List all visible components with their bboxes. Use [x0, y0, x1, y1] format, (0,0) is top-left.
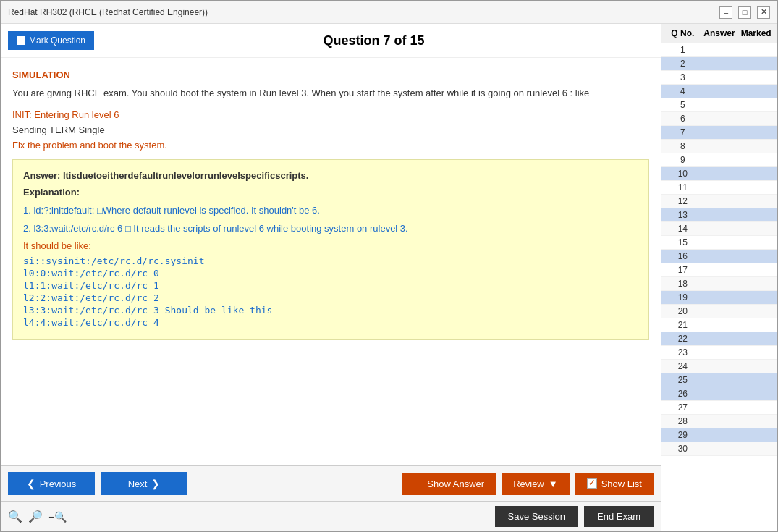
q-number: 5: [664, 100, 701, 110]
prev-chevron-icon: ❮: [27, 478, 35, 489]
q-number: 11: [664, 182, 701, 193]
next-button[interactable]: Next ❯: [101, 472, 187, 495]
table-row[interactable]: 27: [661, 401, 777, 415]
table-row[interactable]: 20: [661, 305, 777, 318]
q-number: 8: [664, 141, 701, 151]
zoom-reset-button[interactable]: 🔎: [28, 510, 43, 523]
zoom-in-button[interactable]: 🔍: [8, 510, 22, 523]
it-should-text: It should be like:: [23, 240, 638, 251]
table-row[interactable]: 10: [661, 167, 777, 181]
q-number: 7: [664, 127, 701, 138]
explanation-item-2: 2. l3:3:wait:/etc/rc.d/rc 6 □ It reads t…: [23, 221, 638, 236]
zoom-bar: 🔍 🔎 −🔍 Save Session End Exam: [1, 501, 661, 531]
table-row[interactable]: 23: [661, 346, 777, 360]
table-row[interactable]: 11: [661, 181, 777, 195]
show-list-button[interactable]: Show List: [575, 473, 654, 495]
end-exam-button[interactable]: End Exam: [584, 506, 654, 527]
main-panel: Mark Question Question 7 of 15 SIMULATIO…: [1, 24, 661, 531]
fix-text: Fix the problem and boot the system.: [12, 140, 649, 151]
table-row[interactable]: 29: [661, 428, 777, 442]
q-number: 15: [664, 237, 701, 248]
review-button[interactable]: Review ▼: [502, 473, 570, 495]
review-label: Review: [513, 478, 544, 489]
table-row[interactable]: 1: [661, 43, 777, 57]
table-row[interactable]: 24: [661, 360, 777, 373]
maximize-button[interactable]: □: [738, 6, 751, 19]
q-number: 13: [664, 210, 701, 220]
table-row[interactable]: 9: [661, 153, 777, 167]
close-button[interactable]: ✕: [757, 6, 770, 19]
q-number: 30: [664, 444, 701, 454]
q-number: 27: [664, 402, 701, 413]
window-title: RedHat RH302 (RHCE (Redhat Certified Eng…: [8, 7, 208, 17]
table-row[interactable]: 30: [661, 442, 777, 456]
col-marked-header: Marked: [737, 28, 774, 38]
q-number: 28: [664, 416, 701, 426]
table-row[interactable]: 3: [661, 71, 777, 85]
code-line-3: l1:1:wait:/etc/rc.d/rc 1: [23, 280, 638, 291]
table-row[interactable]: 6: [661, 112, 777, 126]
mark-question-label: Mark Question: [29, 35, 85, 46]
show-answer-icon: [414, 479, 423, 488]
app-window: RedHat RH302 (RHCE (Redhat Certified Eng…: [0, 0, 778, 532]
table-row[interactable]: 18: [661, 277, 777, 291]
explanation-item-1: 1. id:?:initdefault: □Where default runl…: [23, 203, 638, 218]
previous-button[interactable]: ❮ Previous: [8, 472, 95, 495]
table-row[interactable]: 21: [661, 318, 777, 332]
table-row[interactable]: 13: [661, 208, 777, 222]
table-row[interactable]: 8: [661, 140, 777, 153]
zoom-out-button[interactable]: −🔍: [48, 511, 67, 523]
table-row[interactable]: 7: [661, 126, 777, 140]
table-row[interactable]: 14: [661, 222, 777, 236]
save-session-label: Save Session: [508, 511, 566, 522]
code-line-2: l0:0:wait:/etc/rc.d/rc 0: [23, 268, 638, 279]
question-header: Mark Question Question 7 of 15: [1, 24, 661, 58]
minimize-button[interactable]: –: [719, 6, 732, 19]
table-row[interactable]: 26: [661, 387, 777, 401]
q-number: 4: [664, 86, 701, 96]
table-row[interactable]: 4: [661, 85, 777, 98]
table-row[interactable]: 25: [661, 373, 777, 387]
previous-label: Previous: [40, 478, 77, 489]
table-row[interactable]: 5: [661, 98, 777, 112]
mark-question-button[interactable]: Mark Question: [8, 31, 94, 50]
q-number: 22: [664, 334, 701, 344]
window-controls: – □ ✕: [719, 6, 770, 19]
table-row[interactable]: 16: [661, 250, 777, 263]
table-row[interactable]: 22: [661, 332, 777, 346]
explanation-title: Explanation:: [23, 187, 638, 198]
simulation-label: SIMULATION: [12, 69, 649, 80]
q-number: 10: [664, 169, 701, 179]
question-body: SIMULATION You are giving RHCE exam. You…: [1, 58, 661, 465]
show-list-check-icon: [587, 478, 597, 489]
table-row[interactable]: 28: [661, 415, 777, 428]
q-number: 18: [664, 279, 701, 289]
question-title: Question 7 of 15: [94, 33, 654, 48]
col-qno-header: Q No.: [664, 28, 701, 38]
q-number: 2: [664, 59, 701, 69]
q-number: 25: [664, 375, 701, 385]
question-text: You are giving RHCE exam. You should boo…: [12, 86, 649, 101]
code-line-5: l3:3:wait:/etc/rc.d/rc 3 Should be like …: [23, 305, 638, 316]
show-answer-button[interactable]: Show Answer: [402, 473, 496, 495]
next-chevron-icon: ❯: [151, 478, 160, 489]
q-number: 19: [664, 292, 701, 303]
q-number: 6: [664, 114, 701, 124]
code-line-4: l2:2:wait:/etc/rc.d/rc 2: [23, 292, 638, 303]
q-number: 16: [664, 251, 701, 261]
table-row[interactable]: 15: [661, 236, 777, 250]
bottom-bar: ❮ Previous Next ❯ Show Answer Review ▼: [1, 465, 661, 501]
table-row[interactable]: 17: [661, 263, 777, 277]
answer-title: Answer: Itisduetoeitherdefaultrunlevelor…: [23, 170, 638, 181]
q-number: 14: [664, 224, 701, 234]
col-answer-header: Answer: [701, 28, 738, 38]
q-number: 24: [664, 361, 701, 371]
review-chevron-icon: ▼: [549, 478, 558, 489]
init-text: INIT: Entering Run level 6: [12, 109, 649, 120]
table-row[interactable]: 19: [661, 291, 777, 305]
save-session-button[interactable]: Save Session: [495, 506, 579, 527]
table-row[interactable]: 2: [661, 57, 777, 71]
q-number: 17: [664, 265, 701, 275]
table-row[interactable]: 12: [661, 195, 777, 208]
content-area: Mark Question Question 7 of 15 SIMULATIO…: [1, 24, 777, 531]
